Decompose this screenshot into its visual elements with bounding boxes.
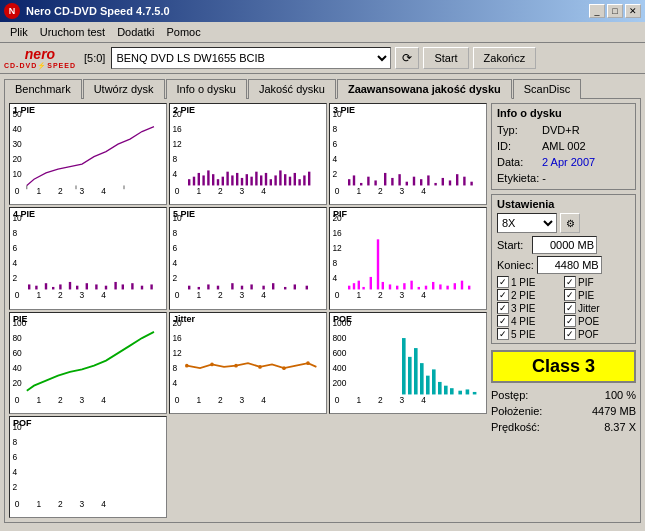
svg-rect-41 [274, 175, 276, 185]
svg-rect-139 [377, 240, 379, 290]
stats-section: Postęp: 100 % Położenie: 4479 MB Prędkoś… [491, 387, 636, 435]
drive-select[interactable]: BENQ DVD LS DW1655 BCIB [111, 47, 391, 69]
chart-2pie-title: 2 PIE [173, 105, 195, 115]
menu-pomoc[interactable]: Pomoc [160, 24, 206, 40]
disc-info-section: Info o dysku Typ: DVD+R ID: AML 002 Data… [491, 103, 636, 190]
settings-icon-btn[interactable]: ⚙ [560, 213, 580, 233]
svg-rect-24 [193, 177, 195, 186]
check-5pie-label: 5 PIE [511, 329, 535, 340]
start-input[interactable] [532, 236, 597, 254]
minimize-button[interactable]: _ [589, 4, 605, 18]
stat-row-progress: Postęp: 100 % [491, 387, 636, 403]
check-3pie-box[interactable]: ✓ [497, 302, 509, 314]
maximize-button[interactable]: □ [607, 4, 623, 18]
check-pof-box[interactable]: ✓ [564, 328, 576, 340]
svg-rect-43 [284, 174, 286, 185]
svg-text:60: 60 [12, 347, 22, 357]
tab-advanced-quality[interactable]: Zaawansowana jakość dysku [337, 79, 512, 99]
svg-rect-92 [69, 282, 71, 290]
svg-rect-152 [468, 286, 470, 290]
chart-1pie-title: 1 PIE [13, 105, 35, 115]
svg-text:4: 4 [421, 186, 426, 196]
chart-5pie-title: 5 PIE [173, 209, 195, 219]
svg-rect-150 [454, 283, 456, 289]
svg-text:6: 6 [332, 138, 337, 148]
svg-rect-190 [408, 356, 412, 394]
svg-text:0: 0 [335, 290, 340, 300]
info-value-etykieta: - [542, 170, 546, 186]
svg-text:30: 30 [12, 138, 22, 148]
check-jitter-box[interactable]: ✓ [564, 302, 576, 314]
menu-dodatki[interactable]: Dodatki [111, 24, 160, 40]
disc-info-title: Info o dysku [497, 107, 630, 119]
chart-4pie-title: 4 PIE [13, 209, 35, 219]
svg-text:40: 40 [12, 123, 22, 133]
check-pie-big-box[interactable]: ✓ [564, 289, 576, 301]
svg-text:4: 4 [101, 395, 106, 405]
svg-text:2: 2 [172, 273, 177, 283]
tab-quality[interactable]: Jakość dysku [248, 79, 336, 99]
svg-rect-119 [262, 286, 264, 290]
menu-uruchom[interactable]: Uruchom test [34, 24, 111, 40]
svg-rect-134 [348, 286, 350, 290]
menu-plik[interactable]: Plik [4, 24, 34, 40]
svg-rect-138 [370, 277, 372, 290]
svg-rect-62 [367, 177, 369, 186]
app-title: Nero CD-DVD Speed 4.7.5.0 [26, 5, 170, 17]
svg-rect-34 [241, 178, 243, 186]
svg-text:2: 2 [378, 186, 383, 196]
info-row-typ: Typ: DVD+R [497, 122, 630, 138]
svg-rect-38 [260, 175, 262, 185]
start-button[interactable]: Start [423, 47, 468, 69]
refresh-button[interactable]: ⟳ [395, 47, 419, 69]
svg-rect-200 [473, 391, 477, 394]
stat-label-speed: Prędkość: [491, 419, 540, 435]
close-button[interactable]: ✕ [625, 4, 641, 18]
tab-disc-info[interactable]: Info o dysku [166, 79, 247, 99]
svg-rect-151 [461, 281, 463, 290]
info-row-data: Data: 2 Apr 2007 [497, 154, 630, 170]
chart-pof: POF 10 8 6 4 2 0 1 2 3 4 [9, 416, 167, 518]
svg-rect-115 [217, 286, 219, 290]
check-pie-big: ✓ PIE [564, 289, 630, 301]
svg-text:4: 4 [332, 273, 337, 283]
svg-rect-121 [284, 287, 286, 290]
svg-rect-196 [444, 385, 448, 394]
svg-text:4: 4 [172, 377, 177, 387]
svg-rect-36 [250, 177, 252, 186]
svg-text:0: 0 [15, 186, 20, 196]
svg-text:8: 8 [332, 258, 337, 268]
svg-rect-88 [35, 286, 37, 290]
svg-text:4: 4 [421, 395, 426, 405]
tab-benchmark[interactable]: Benchmark [4, 79, 82, 99]
check-5pie-box[interactable]: ✓ [497, 328, 509, 340]
tab-create-disc[interactable]: Utwórz dysk [83, 79, 165, 99]
svg-rect-76 [470, 182, 472, 186]
svg-rect-117 [241, 286, 243, 290]
svg-rect-48 [308, 172, 310, 186]
check-pif-box[interactable]: ✓ [564, 276, 576, 288]
svg-point-177 [282, 366, 286, 370]
check-2pie-label: 2 PIE [511, 290, 535, 301]
svg-rect-68 [413, 177, 415, 186]
end-input[interactable] [537, 256, 602, 274]
svg-rect-122 [294, 285, 296, 290]
svg-rect-195 [438, 381, 442, 394]
check-1pie-box[interactable]: ✓ [497, 276, 509, 288]
stop-button[interactable]: Zakończ [473, 47, 537, 69]
svg-rect-113 [198, 287, 200, 290]
check-poe-label: POE [578, 316, 599, 327]
check-4pie-box[interactable]: ✓ [497, 315, 509, 327]
svg-rect-94 [86, 283, 88, 289]
check-2pie-box[interactable]: ✓ [497, 289, 509, 301]
svg-text:3: 3 [80, 499, 85, 509]
svg-text:2: 2 [58, 186, 63, 196]
svg-text:0: 0 [15, 395, 20, 405]
speed-select[interactable]: 8X [497, 213, 557, 233]
tab-scandisc[interactable]: ScanDisc [513, 79, 581, 99]
svg-text:12: 12 [172, 138, 182, 148]
info-label-id: ID: [497, 138, 539, 154]
svg-text:400: 400 [332, 362, 346, 372]
check-poe-box[interactable]: ✓ [564, 315, 576, 327]
svg-rect-98 [122, 285, 124, 290]
